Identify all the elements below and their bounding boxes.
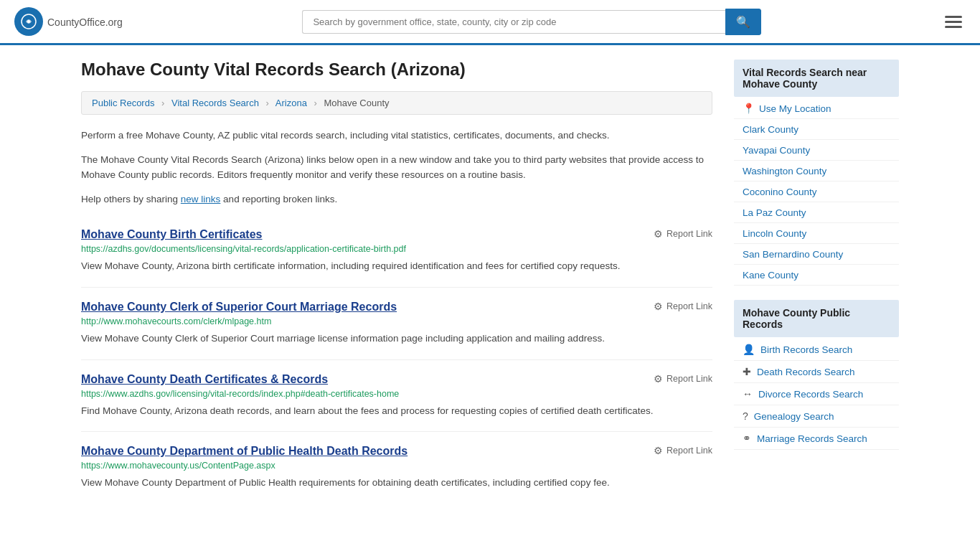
- divorce-icon: ↔: [743, 388, 753, 400]
- birth-records-link[interactable]: Birth Records Search: [760, 344, 852, 355]
- logo-name: CountyOffice: [47, 17, 105, 28]
- sidebar-item-yavapai[interactable]: Yavapai County: [734, 140, 899, 161]
- result-header-3: Mohave County Department of Public Healt…: [81, 445, 712, 458]
- broken-icon-3: ⚙: [654, 445, 663, 456]
- breadcrumb-arizona[interactable]: Arizona: [275, 98, 307, 108]
- result-url-3[interactable]: https://www.mohavecounty.us/ContentPage.…: [81, 461, 712, 471]
- sidebar-item-lincoln[interactable]: Lincoln County: [734, 223, 899, 244]
- death-records-link[interactable]: Death Records Search: [757, 367, 855, 377]
- breadcrumb-sep-1: ›: [161, 98, 164, 108]
- sidebar-birth-records[interactable]: 👤 Birth Records Search: [734, 339, 899, 361]
- result-desc-2: Find Mohave County, Arizona death record…: [81, 403, 712, 419]
- sidebar-public-records-section: Mohave County Public Records 👤 Birth Rec…: [734, 300, 899, 450]
- marriage-records-link[interactable]: Marriage Records Search: [757, 433, 867, 444]
- description-para2: The Mohave County Vital Records Search (…: [81, 152, 712, 183]
- breadcrumb-public-records[interactable]: Public Records: [92, 98, 154, 108]
- broken-icon-1: ⚙: [654, 301, 663, 312]
- page-title: Mohave County Vital Records Search (Ariz…: [81, 60, 712, 80]
- result-header-1: Mohave County Clerk of Superior Court Ma…: [81, 301, 712, 314]
- result-desc-0: View Mohave County, Arizona birth certif…: [81, 258, 712, 274]
- sidebar-nearby-header: Vital Records Search near Mohave County: [734, 60, 899, 97]
- genealogy-link[interactable]: Genealogy Search: [754, 411, 834, 422]
- result-header-0: Mohave County Birth Certificates ⚙ Repor…: [81, 228, 712, 241]
- result-url-1[interactable]: http://www.mohavecourts.com/clerk/mlpage…: [81, 316, 712, 326]
- genealogy-icon: ?: [743, 410, 748, 422]
- clark-county-link[interactable]: Clark County: [743, 124, 798, 135]
- menu-button[interactable]: [941, 12, 966, 32]
- sidebar-item-clark[interactable]: Clark County: [734, 119, 899, 140]
- marriage-icon: ⚭: [743, 433, 751, 444]
- sidebar-marriage-records[interactable]: ⚭ Marriage Records Search: [734, 428, 899, 450]
- sidebar-item-washington[interactable]: Washington County: [734, 161, 899, 182]
- desc-pre-text: Help others by sharing: [81, 194, 181, 204]
- sidebar-use-location[interactable]: 📍 Use My Location: [734, 98, 899, 119]
- sidebar-nearby-list: 📍 Use My Location Clark County Yavapai C…: [734, 98, 899, 286]
- desc-post-text: and reporting broken links.: [220, 194, 337, 204]
- result-url-0[interactable]: https://azdhs.gov/documents/licensing/vi…: [81, 244, 712, 254]
- result-desc-3: View Mohave County Department of Public …: [81, 475, 712, 491]
- sidebar-divorce-records[interactable]: ↔ Divorce Records Search: [734, 383, 899, 405]
- result-title-1[interactable]: Mohave County Clerk of Superior Court Ma…: [81, 301, 397, 314]
- yavapai-county-link[interactable]: Yavapai County: [743, 145, 810, 156]
- description-para3: Help others by sharing new links and rep…: [81, 192, 712, 207]
- sidebar-public-records-header: Mohave County Public Records: [734, 300, 899, 337]
- result-title-3[interactable]: Mohave County Department of Public Healt…: [81, 445, 407, 458]
- result-title-0[interactable]: Mohave County Birth Certificates: [81, 228, 262, 241]
- menu-line-2: [945, 21, 962, 23]
- report-label-3: Report Link: [666, 446, 712, 456]
- search-button[interactable]: 🔍: [725, 9, 761, 35]
- report-label-0: Report Link: [666, 229, 712, 239]
- logo-icon: [14, 7, 43, 36]
- breadcrumb-vital-records[interactable]: Vital Records Search: [171, 98, 259, 108]
- divorce-records-link[interactable]: Divorce Records Search: [758, 389, 863, 400]
- death-icon: ✚: [743, 366, 751, 377]
- coconino-county-link[interactable]: Coconino County: [743, 187, 817, 197]
- lapaz-county-link[interactable]: La Paz County: [743, 207, 806, 218]
- washington-county-link[interactable]: Washington County: [743, 166, 826, 176]
- logo-area: CountyOffice.org: [14, 7, 123, 36]
- search-input[interactable]: [302, 10, 725, 34]
- result-title-2[interactable]: Mohave County Death Certificates & Recor…: [81, 373, 328, 386]
- kane-county-link[interactable]: Kane County: [743, 270, 798, 281]
- broken-icon-2: ⚙: [654, 373, 663, 385]
- sidebar-public-records-list: 👤 Birth Records Search ✚ Death Records S…: [734, 339, 899, 450]
- menu-line-3: [945, 26, 962, 28]
- site-header: CountyOffice.org 🔍: [0, 0, 980, 45]
- result-desc-1: View Mohave County Clerk of Superior Cou…: [81, 331, 712, 347]
- logo-suffix: .org: [105, 17, 123, 28]
- main-container: Mohave County Vital Records Search (Ariz…: [60, 45, 920, 518]
- logo-text: CountyOffice.org: [47, 14, 123, 29]
- result-card-3: Mohave County Department of Public Healt…: [81, 432, 712, 504]
- report-label-2: Report Link: [666, 374, 712, 384]
- breadcrumb-sep-2: ›: [266, 98, 269, 108]
- sanbernardino-county-link[interactable]: San Bernardino County: [743, 249, 843, 260]
- menu-line-1: [945, 16, 962, 18]
- svg-point-1: [27, 20, 30, 23]
- pin-icon: 📍: [743, 103, 755, 114]
- content-area: Mohave County Vital Records Search (Ariz…: [81, 60, 712, 504]
- report-link-3[interactable]: ⚙ Report Link: [654, 445, 712, 456]
- report-link-2[interactable]: ⚙ Report Link: [654, 373, 712, 385]
- sidebar-item-sanbernardino[interactable]: San Bernardino County: [734, 244, 899, 265]
- sidebar-genealogy[interactable]: ? Genealogy Search: [734, 405, 899, 428]
- birth-icon: 👤: [743, 344, 755, 355]
- results-list: Mohave County Birth Certificates ⚙ Repor…: [81, 215, 712, 503]
- sidebar-item-lapaz[interactable]: La Paz County: [734, 202, 899, 223]
- broken-icon-0: ⚙: [654, 228, 663, 240]
- sidebar-item-kane[interactable]: Kane County: [734, 265, 899, 286]
- result-card-1: Mohave County Clerk of Superior Court Ma…: [81, 288, 712, 360]
- result-url-2[interactable]: https://www.azdhs.gov/licensing/vital-re…: [81, 389, 712, 399]
- sidebar-death-records[interactable]: ✚ Death Records Search: [734, 361, 899, 383]
- result-card-0: Mohave County Birth Certificates ⚙ Repor…: [81, 215, 712, 288]
- sidebar: Vital Records Search near Mohave County …: [734, 60, 899, 504]
- lincoln-county-link[interactable]: Lincoln County: [743, 228, 806, 239]
- sidebar-nearby-section: Vital Records Search near Mohave County …: [734, 60, 899, 286]
- use-location-link[interactable]: Use My Location: [759, 103, 831, 114]
- sidebar-item-coconino[interactable]: Coconino County: [734, 182, 899, 202]
- description-para1: Perform a free Mohave County, AZ public …: [81, 128, 712, 143]
- report-link-1[interactable]: ⚙ Report Link: [654, 301, 712, 312]
- search-area: 🔍: [302, 9, 761, 35]
- report-link-0[interactable]: ⚙ Report Link: [654, 228, 712, 240]
- new-links-link[interactable]: new links: [181, 194, 221, 204]
- result-header-2: Mohave County Death Certificates & Recor…: [81, 373, 712, 386]
